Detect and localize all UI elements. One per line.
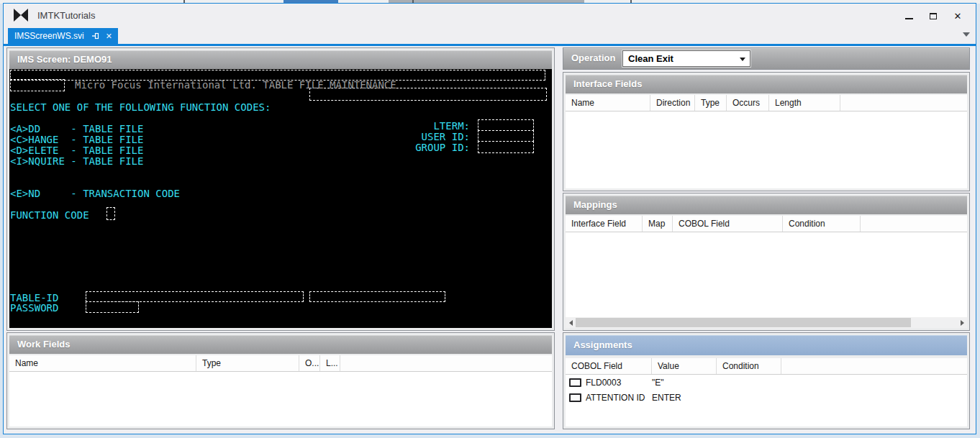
ims-option-change: <C>HANGE - TABLE FILE [10,134,143,145]
column-header-cobol-field[interactable]: COBOL Field [566,358,652,374]
ims-label-password: PASSWORD [10,303,58,313]
bottom-margin [4,429,976,434]
interface-fields-table-body[interactable] [566,111,967,188]
ims-screen-panel-header[interactable]: IMS Screen: DEMO91 [9,50,552,69]
assignment-cobol-field-cell: ATTENTION ID [566,393,652,403]
scrollbar-track[interactable] [576,317,957,328]
assignments-column-headers: COBOL Field Value Condition [566,358,967,375]
column-header-interface-field[interactable]: Interface Field [566,216,643,232]
column-header-occurs[interactable]: Occurs [727,95,769,111]
assignment-cobol-field: ATTENTION ID [586,393,645,403]
app-window: IMTKTutorials ✕ IMSScreenWS.svi ✕ [3,3,976,434]
column-header-value[interactable]: Value [652,358,717,374]
ims-banner-text: Micro Focus International Ltd. TABLE FIL… [75,80,396,90]
screen: IMTKTutorials ✕ IMSScreenWS.svi ✕ [0,0,980,438]
field-icon [569,378,581,387]
minimize-button[interactable] [897,8,921,24]
assignments-table-body[interactable]: FLD0003 "E" ATTENTION ID ENTER [566,375,967,426]
designer-surface: IMS Screen: DEMO91 Micro Focus Internati… [4,46,976,434]
column-header-direction[interactable]: Direction [650,95,695,111]
mappings-title: Mappings [573,199,617,210]
maximize-icon [930,13,937,19]
tab-close-icon[interactable]: ✕ [106,32,112,41]
field-icon [569,393,581,402]
mappings-column-headers: Interface Field Map COBOL Field Conditio… [566,216,967,232]
mappings-panel: Mappings Interface Field Map COBOL Field… [563,193,970,331]
interface-fields-title: Interface Fields [573,78,642,89]
left-arrow-icon [569,320,573,326]
minimize-icon [905,18,913,19]
ims-field-user-id[interactable] [478,130,534,142]
column-header-filler [840,95,967,111]
work-fields-header[interactable]: Work Fields [9,335,552,354]
ims-option-inquire: <I>NQUIRE - TABLE FILE [10,156,143,166]
column-header-length[interactable]: Length [769,95,840,111]
interface-fields-header[interactable]: Interface Fields [566,75,967,93]
column-header-cobol-field[interactable]: COBOL Field [673,216,783,232]
window-controls: ✕ [897,8,970,24]
document-tab-strip: IMSScreenWS.svi ✕ [4,28,976,44]
mappings-horizontal-scrollbar[interactable] [566,317,967,328]
mappings-header[interactable]: Mappings [566,196,967,214]
ims-terminal-canvas[interactable]: Micro Focus International Ltd. TABLE FIL… [9,69,552,328]
work-fields-title: Work Fields [17,339,70,350]
assignments-header[interactable]: Assignments [566,335,967,355]
column-header-name[interactable]: Name [9,355,196,371]
column-header-filler [861,216,967,232]
pin-icon[interactable] [91,32,100,40]
work-fields-column-headers: Name Type O... L... [9,355,552,372]
scroll-left-arrow[interactable] [566,317,576,328]
assignment-row[interactable]: ATTENTION ID ENTER [566,390,967,405]
close-icon: ✕ [954,12,962,21]
ims-field-table-id[interactable] [86,291,304,302]
logo-left-triangle [14,9,21,22]
work-fields-table-body[interactable] [9,372,552,426]
ims-option-delete: <D>ELETE - TABLE FILE [10,145,143,155]
assignment-cobol-field: FLD0003 [586,378,621,388]
ims-label-function-code: FUNCTION CODE [10,210,89,220]
operation-bar: Operation Clean Exit [563,47,970,70]
maximize-button[interactable] [921,8,945,24]
ims-field-function-code[interactable] [106,207,115,220]
ims-select-line: SELECT ONE OF THE FOLLOWING FUNCTION COD… [10,102,271,112]
window-title: IMTKTutorials [37,10,95,21]
mappings-table-body[interactable] [566,232,967,317]
ims-field-password[interactable] [86,301,139,313]
ims-field-lterm[interactable] [478,119,534,131]
tab-overflow-chevron-icon[interactable] [963,32,970,37]
ims-label-user-id: USER ID: [404,132,470,142]
assignment-value: "E" [652,378,717,388]
ims-screen-panel: IMS Screen: DEMO91 Micro Focus Internati… [6,47,555,331]
work-fields-panel: Work Fields Name Type O... L... [6,332,555,429]
column-header-name[interactable]: Name [566,95,650,111]
ims-field-table-id-2[interactable] [309,291,445,302]
operation-label: Operation [571,53,615,63]
column-header-length[interactable]: L... [320,355,340,371]
right-arrow-icon [961,320,964,326]
scrollbar-thumb[interactable] [576,318,911,327]
close-button[interactable]: ✕ [945,8,970,24]
column-header-filler [340,355,552,371]
assignment-cobol-field-cell: FLD0003 [566,378,652,388]
column-header-condition[interactable]: Condition [783,216,861,232]
ims-field-left[interactable] [10,79,65,91]
column-header-map[interactable]: Map [643,216,673,232]
column-header-occurs[interactable]: O... [299,355,320,371]
column-header-type[interactable]: Type [196,355,299,371]
ims-field-group-id[interactable] [478,141,534,153]
logo-right-triangle [21,9,28,22]
scroll-right-arrow[interactable] [957,317,967,328]
column-header-condition[interactable]: Condition [717,358,781,374]
operation-dropdown-value: Clean Exit [628,53,673,64]
assignment-row[interactable]: FLD0003 "E" [566,375,967,390]
ims-label-table-id: TABLE-ID [10,293,58,303]
ims-label-lterm: LTERM: [404,121,470,131]
operation-dropdown[interactable]: Clean Exit [622,50,750,67]
column-header-filler [781,358,967,374]
titlebar[interactable]: IMTKTutorials ✕ [4,4,976,28]
assignment-value: ENTER [652,393,717,403]
tab-imsscreenws[interactable]: IMSScreenWS.svi ✕ [8,28,118,44]
ims-screen-title: IMS Screen: DEMO91 [17,54,112,65]
ims-label-group-id: GROUP ID: [404,142,470,152]
column-header-type[interactable]: Type [695,95,727,111]
